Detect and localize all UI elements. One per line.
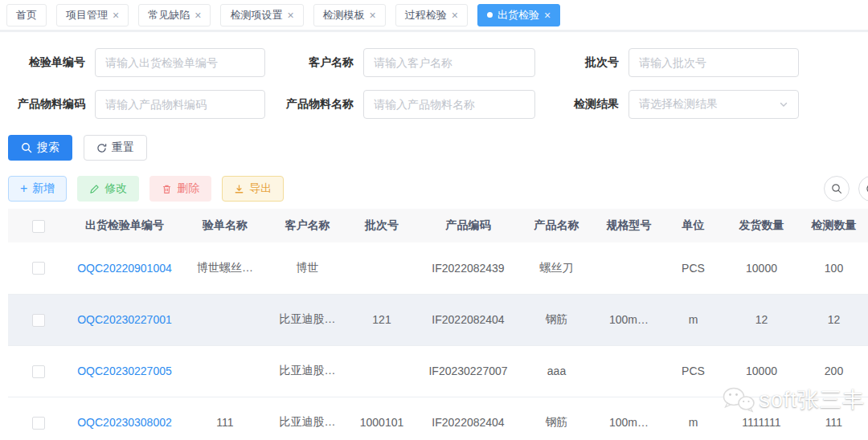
- search-actions: 搜索 重置: [8, 135, 860, 161]
- form-field: 产品物料编码: [8, 90, 265, 119]
- column-header[interactable]: 客户名称: [269, 209, 346, 242]
- column-header[interactable]: 检测数量: [800, 209, 868, 242]
- column-header[interactable]: 批次号: [346, 209, 418, 242]
- field-input[interactable]: [363, 48, 535, 77]
- table-cell: OQC20230227001: [68, 294, 181, 345]
- tab-close-icon[interactable]: ×: [194, 10, 201, 21]
- download-icon: [234, 184, 244, 194]
- export-button-label: 导出: [249, 181, 272, 196]
- table-row[interactable]: OQC20230308002111比亚迪股…1000101IF202208240…: [8, 397, 868, 440]
- search-icon: [21, 142, 32, 153]
- table-cell: 121: [346, 294, 418, 345]
- checkbox-cell: [8, 397, 68, 440]
- refresh-icon: [96, 143, 107, 153]
- tab-项目管理[interactable]: 项目管理×: [56, 4, 129, 26]
- tab-检测项设置[interactable]: 检测项设置×: [220, 4, 303, 26]
- form-row-2: 产品物料编码产品物料名称检测结果请选择检测结果: [8, 90, 860, 119]
- table-cell: IF2022082404: [418, 397, 518, 440]
- tab-过程检验[interactable]: 过程检验×: [395, 4, 468, 26]
- table-cell: 1000101: [346, 397, 418, 440]
- add-button-label: 新增: [32, 181, 55, 196]
- field-input[interactable]: [95, 90, 265, 119]
- tab-出货检验[interactable]: 出货检验×: [477, 4, 560, 26]
- table-cell: OQC20230227005: [68, 345, 181, 397]
- table-cell: 10000: [723, 345, 800, 397]
- tab-close-icon[interactable]: ×: [544, 10, 551, 21]
- table-cell: 100m…: [595, 294, 663, 345]
- form-field: 检测结果请选择检测结果: [571, 90, 799, 119]
- inspection-order-link[interactable]: OQC20230227001: [77, 313, 172, 326]
- table-cell: [181, 345, 269, 397]
- tab-close-icon[interactable]: ×: [287, 10, 293, 21]
- row-checkbox[interactable]: [32, 314, 45, 327]
- tab-label: 检测模板: [323, 8, 365, 22]
- table-body: OQC20220901004博世螺丝…博世IF2022082439螺丝刀PCS1…: [8, 242, 868, 440]
- column-header[interactable]: 产品名称: [518, 209, 595, 242]
- table-cell: IF2022082404: [418, 294, 518, 345]
- edit-button-label: 修改: [104, 181, 127, 196]
- column-header[interactable]: 验单名称: [181, 209, 269, 242]
- edit-button[interactable]: 修改: [77, 176, 139, 202]
- column-header[interactable]: 规格型号: [595, 209, 663, 242]
- edit-pen-icon: [89, 184, 100, 194]
- column-header[interactable]: 产品编码: [418, 209, 518, 242]
- inspection-order-link[interactable]: OQC20220901004: [77, 262, 172, 275]
- tab-label: 项目管理: [66, 8, 108, 22]
- table-cell: [181, 294, 269, 345]
- inspection-order-link[interactable]: OQC20230308002: [77, 416, 172, 429]
- table-search-toggle-button[interactable]: [824, 176, 850, 202]
- form-field: 批次号: [571, 48, 799, 77]
- table-cell: 12: [723, 294, 800, 345]
- table-cell: PCS: [663, 345, 723, 397]
- tab-常见缺陷[interactable]: 常见缺陷×: [138, 4, 211, 26]
- export-button[interactable]: 导出: [222, 176, 284, 202]
- add-button[interactable]: + 新增: [8, 176, 67, 202]
- table-cell: [346, 345, 418, 397]
- tab-close-icon[interactable]: ×: [113, 10, 119, 21]
- result-select[interactable]: 请选择检测结果: [628, 90, 799, 119]
- table-cell: 钢筋: [518, 294, 595, 345]
- delete-button-label: 删除: [177, 181, 199, 196]
- field-label: 检验单编号: [8, 55, 85, 70]
- row-checkbox[interactable]: [32, 365, 45, 378]
- field-input[interactable]: [628, 48, 799, 77]
- table-row[interactable]: OQC20230227001比亚迪股…121IF2022082404钢筋100m…: [8, 294, 868, 345]
- table-cell: 1111111: [723, 397, 800, 440]
- table-refresh-button[interactable]: [858, 176, 868, 202]
- chevron-down-icon: [779, 100, 788, 109]
- reset-button[interactable]: 重置: [84, 135, 147, 161]
- table-cell: m: [663, 294, 723, 345]
- tab-label: 过程检验: [405, 8, 447, 22]
- field-label: 客户名称: [276, 55, 354, 70]
- form-field: 客户名称: [276, 48, 535, 77]
- search-button[interactable]: 搜索: [8, 135, 72, 161]
- checkbox-cell: [8, 294, 68, 345]
- table-cell: 博世: [269, 242, 346, 294]
- column-header[interactable]: 出货检验单编号: [68, 209, 181, 242]
- tab-close-icon[interactable]: ×: [452, 10, 458, 21]
- table-cell: OQC20230308002: [68, 397, 181, 440]
- checkbox-cell: [8, 345, 68, 397]
- table-row[interactable]: OQC20220901004博世螺丝…博世IF2022082439螺丝刀PCS1…: [8, 242, 868, 294]
- column-header[interactable]: 发货数量: [723, 209, 800, 242]
- form-field: 检验单编号: [8, 48, 265, 77]
- select-all-checkbox[interactable]: [32, 220, 45, 233]
- search-button-label: 搜索: [37, 141, 59, 155]
- tab-检测模板[interactable]: 检测模板×: [313, 4, 386, 26]
- table-cell: 12: [800, 294, 868, 345]
- table-row[interactable]: OQC20230227005比亚迪股…IF20230227007aaaPCS10…: [8, 345, 868, 397]
- plus-icon: +: [20, 182, 27, 195]
- row-checkbox[interactable]: [32, 417, 45, 430]
- field-input[interactable]: [95, 48, 265, 77]
- inspection-order-link[interactable]: OQC20230227005: [77, 365, 172, 377]
- row-checkbox[interactable]: [32, 262, 45, 275]
- table-cell: 钢筋: [518, 397, 595, 440]
- table-header-row: 出货检验单编号验单名称客户名称批次号产品编码产品名称规格型号单位发货数量检测数量: [8, 209, 868, 242]
- field-input[interactable]: [363, 90, 535, 119]
- delete-button[interactable]: 删除: [149, 176, 211, 202]
- tab-首页[interactable]: 首页: [6, 4, 47, 26]
- table-toolbar: + 新增 修改 删除 导出: [8, 175, 860, 202]
- column-header[interactable]: 单位: [663, 209, 723, 242]
- tab-close-icon[interactable]: ×: [370, 10, 376, 21]
- table-cell: OQC20220901004: [68, 242, 181, 294]
